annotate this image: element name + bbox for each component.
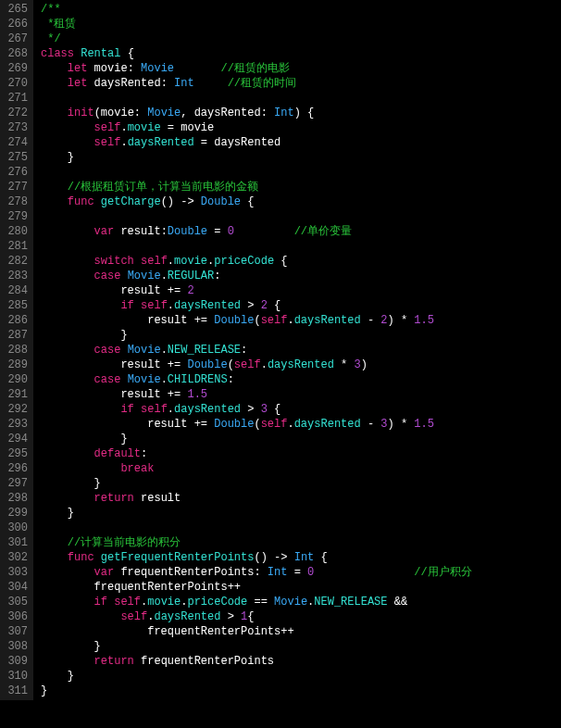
code-token: . — [287, 314, 293, 327]
code-token: //用户积分 — [414, 566, 471, 579]
code-line[interactable]: case Movie.NEW_RELEASE: — [41, 343, 472, 358]
code-line[interactable] — [41, 521, 472, 535]
code-line[interactable]: } — [41, 506, 472, 521]
code-line[interactable]: self.daysRented = daysRented — [41, 135, 472, 150]
code-line[interactable]: */ — [41, 31, 472, 46]
code-line[interactable]: } — [41, 669, 472, 684]
code-token: 2 — [187, 284, 193, 297]
code-editor[interactable]: 2652662672682692702712722732742752762772… — [0, 0, 561, 700]
code-line[interactable]: if self.daysRented > 2 { — [41, 298, 472, 313]
code-token: Int — [294, 551, 315, 564]
code-token: 3 — [261, 403, 268, 416]
code-token — [41, 195, 68, 208]
code-line[interactable]: break — [41, 461, 472, 476]
code-token: { — [268, 403, 280, 416]
code-token: self — [114, 596, 141, 609]
code-token — [41, 121, 94, 134]
code-token: daysRented — [294, 418, 361, 431]
code-line[interactable] — [41, 91, 472, 106]
code-line[interactable]: result += Double(self.daysRented - 2) * … — [41, 313, 472, 328]
code-token — [41, 462, 120, 475]
code-line[interactable] — [41, 209, 472, 224]
code-token: 2 — [261, 299, 268, 312]
code-line[interactable]: *租赁 — [41, 17, 472, 31]
code-line[interactable]: result += 2 — [41, 283, 472, 298]
code-line[interactable]: //根据租赁订单，计算当前电影的金额 — [41, 180, 472, 195]
code-token — [41, 551, 68, 564]
code-token: Double — [214, 314, 254, 327]
code-token: self — [141, 299, 168, 312]
code-token: result += — [41, 418, 214, 431]
code-line[interactable]: //计算当前电影的积分 — [41, 535, 472, 550]
code-line[interactable] — [41, 239, 472, 254]
code-token: { — [241, 195, 254, 208]
code-token: - — [361, 314, 381, 327]
code-line[interactable]: result += Double(self.daysRented - 3) * … — [41, 417, 472, 432]
code-line[interactable]: } — [41, 150, 472, 165]
code-line[interactable]: result += 1.5 — [41, 387, 472, 402]
code-token: Double — [187, 358, 227, 371]
code-token: daysRented: — [87, 77, 174, 90]
code-token: frequentRenterPoints++ — [41, 581, 241, 594]
code-line[interactable]: switch self.movie.priceCode { — [41, 254, 472, 269]
code-line[interactable]: if self.movie.priceCode == Movie.NEW_REL… — [41, 595, 472, 609]
code-token: //单价变量 — [294, 225, 352, 238]
code-line[interactable]: init(movie: Movie, daysRented: Int) { — [41, 106, 472, 120]
code-token — [41, 181, 68, 194]
code-token: priceCode — [214, 255, 274, 268]
code-line[interactable]: result += Double(self.daysRented * 3) — [41, 358, 472, 372]
line-number: 284 — [4, 283, 28, 298]
code-token: { — [268, 299, 280, 312]
code-line[interactable]: } — [41, 639, 472, 654]
line-number: 289 — [4, 358, 28, 372]
code-token — [41, 225, 94, 238]
code-token — [41, 610, 120, 623]
code-token: 3 — [355, 358, 361, 371]
code-token: case — [94, 373, 121, 386]
code-area[interactable]: /** *租赁 */class Rental { let movie: Movi… — [33, 0, 472, 700]
code-token — [41, 299, 120, 312]
code-line[interactable]: default: — [41, 446, 472, 461]
code-token: . — [161, 270, 168, 282]
code-token: Movie — [274, 596, 307, 609]
code-token: 2 — [380, 314, 387, 327]
code-line[interactable]: } — [41, 476, 472, 491]
code-line[interactable]: } — [41, 328, 472, 343]
code-token — [41, 136, 94, 149]
code-token: result += — [41, 314, 214, 327]
code-token — [41, 566, 94, 579]
code-token — [41, 77, 68, 90]
code-line[interactable]: let movie: Movie //租赁的电影 — [41, 61, 472, 76]
code-token: . — [287, 418, 293, 431]
code-line[interactable]: class Rental { — [41, 46, 472, 61]
code-token: result += — [41, 358, 187, 371]
code-line[interactable]: return frequentRenterPoints — [41, 654, 472, 669]
code-line[interactable]: frequentRenterPoints++ — [41, 624, 472, 639]
code-line[interactable]: func getFrequentRenterPoints() -> Int { — [41, 550, 472, 565]
code-line[interactable]: var result:Double = 0 //单价变量 — [41, 224, 472, 239]
code-line[interactable]: } — [41, 432, 472, 446]
code-line[interactable]: /** — [41, 2, 472, 17]
code-line[interactable]: } — [41, 684, 472, 698]
code-line[interactable]: case Movie.REGULAR: — [41, 269, 472, 283]
code-line[interactable]: let daysRented: Int //租赁的时间 — [41, 76, 472, 91]
code-line[interactable] — [41, 165, 472, 180]
code-token: func — [68, 195, 94, 208]
code-token — [41, 373, 94, 386]
code-token: { — [120, 47, 133, 60]
code-line[interactable]: return result — [41, 491, 472, 506]
code-line[interactable]: self.daysRented > 1{ — [41, 609, 472, 624]
code-token: daysRented — [154, 610, 220, 623]
code-token: self — [120, 610, 147, 623]
code-line[interactable]: if self.daysRented > 3 { — [41, 402, 472, 417]
line-number: 291 — [4, 387, 28, 402]
code-token: Double — [201, 195, 241, 208]
code-line[interactable]: case Movie.CHILDRENS: — [41, 372, 472, 387]
code-token: > — [241, 403, 261, 416]
code-line[interactable]: self.movie = movie — [41, 120, 472, 135]
code-line[interactable]: frequentRenterPoints++ — [41, 580, 472, 595]
line-number: 269 — [4, 61, 28, 76]
code-line[interactable]: func getCharge() -> Double { — [41, 195, 472, 209]
code-token: } — [41, 670, 74, 683]
code-line[interactable]: var frequentRenterPoints: Int = 0 //用户积分 — [41, 565, 472, 580]
